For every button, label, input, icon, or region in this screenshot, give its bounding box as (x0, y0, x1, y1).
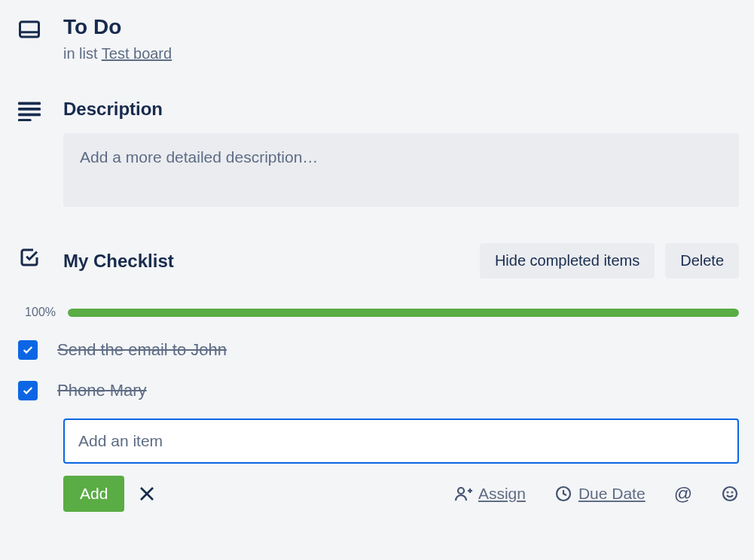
svg-rect-5 (18, 119, 32, 121)
description-input[interactable]: Add a more detailed description… (63, 133, 739, 207)
checklist-item[interactable]: Phone Mary (18, 373, 739, 414)
add-button[interactable]: Add (63, 476, 124, 512)
delete-checklist-button[interactable]: Delete (665, 243, 739, 278)
card-icon (18, 18, 41, 41)
svg-point-14 (732, 492, 733, 493)
list-link[interactable]: Test board (102, 45, 172, 62)
checklist-icon (18, 246, 41, 269)
svg-point-13 (728, 492, 728, 493)
description-heading: Description (63, 99, 163, 120)
assign-button[interactable]: Assign (454, 485, 526, 503)
svg-rect-3 (18, 108, 41, 111)
svg-point-8 (458, 488, 464, 494)
emoji-icon[interactable] (721, 485, 739, 503)
close-icon[interactable] (138, 485, 156, 503)
hide-completed-button[interactable]: Hide completed items (480, 243, 655, 278)
progress-fill (68, 309, 739, 317)
card-title[interactable]: To Do (63, 15, 739, 39)
description-icon (18, 102, 41, 121)
svg-rect-0 (20, 22, 39, 37)
svg-point-12 (723, 487, 737, 501)
checkbox[interactable] (18, 340, 38, 360)
checklist-item[interactable]: Send the email to John (18, 333, 739, 373)
add-item-input[interactable] (63, 418, 739, 464)
due-date-button[interactable]: Due Date (554, 485, 646, 503)
progress-percent: 100% (18, 306, 56, 319)
progress-bar (68, 309, 739, 317)
mention-icon[interactable]: @ (674, 483, 692, 504)
checklist-heading[interactable]: My Checklist (63, 251, 174, 272)
card-list-location: in list Test board (63, 45, 739, 62)
clock-icon (554, 485, 572, 503)
svg-rect-4 (18, 114, 41, 117)
checkbox[interactable] (18, 381, 38, 400)
svg-rect-2 (18, 102, 41, 105)
checklist-item-label[interactable]: Send the email to John (57, 340, 227, 360)
checklist-item-label[interactable]: Phone Mary (57, 381, 147, 400)
assign-icon (454, 485, 472, 503)
